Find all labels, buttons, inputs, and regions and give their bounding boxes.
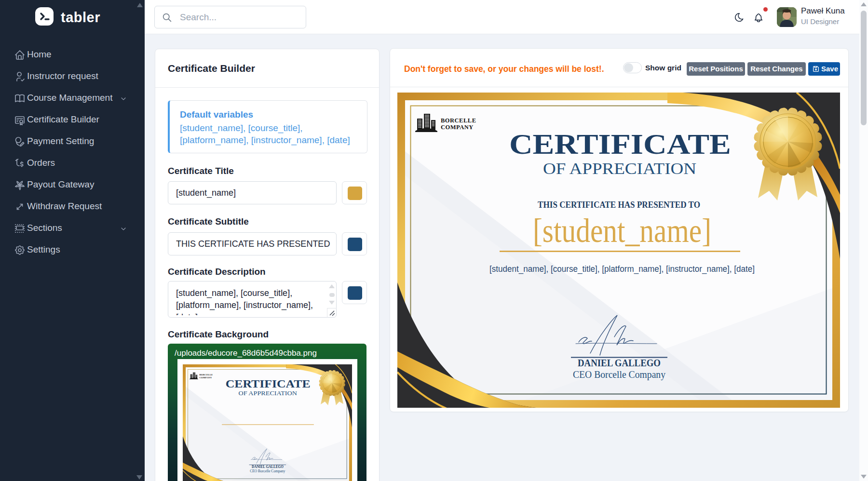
- svg-text:[student_name]: [student_name]: [533, 212, 711, 249]
- svg-text:THIS CERTIFICATE HAS PRESENTED: THIS CERTIFICATE HAS PRESENTED TO: [538, 200, 700, 210]
- svg-text:[student_name], [course_title]: [student_name], [course_title], [platfor…: [489, 264, 755, 274]
